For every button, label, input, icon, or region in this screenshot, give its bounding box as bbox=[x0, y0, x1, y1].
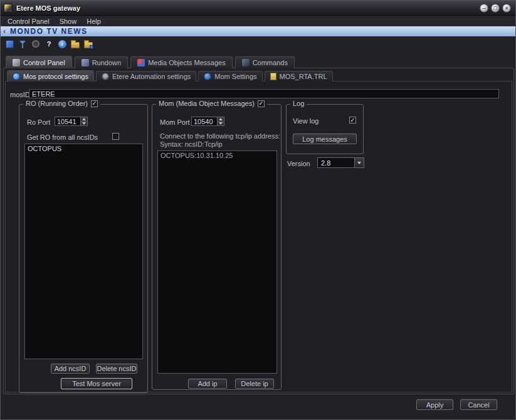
control-panel-page: Mos protocol settings Etere Automation s… bbox=[3, 68, 514, 394]
sub-tab-bar: Mos protocol settings Etere Automation s… bbox=[7, 70, 333, 81]
banner: ‹ MONDO TV NEWS bbox=[1, 26, 515, 36]
disabled-circle-icon bbox=[32, 40, 39, 48]
test-mos-server-button[interactable]: Test Mos server bbox=[61, 378, 132, 389]
menu-control-panel[interactable]: Control Panel bbox=[3, 17, 55, 26]
ro-group: RO (Running Order) Ro Port Get RO from a… bbox=[19, 104, 148, 393]
add-ip-button[interactable]: Add ip bbox=[188, 379, 227, 389]
log-messages-button[interactable]: Log messages bbox=[293, 134, 357, 144]
delete-ip-button[interactable]: Delete ip bbox=[235, 379, 274, 389]
subtab-etere-automation-settings[interactable]: Etere Automation settings bbox=[96, 71, 196, 81]
ip-list-item[interactable]: OCTOPUS:10.31.10.25 bbox=[158, 151, 276, 160]
subtab-label: Mom Settings bbox=[214, 73, 256, 80]
main-tab-bar: Control Panel Rundown Media Objects Mess… bbox=[6, 56, 295, 68]
ncsid-list-item[interactable]: OCTOPUS bbox=[25, 144, 142, 153]
cancel-button[interactable]: Cancel bbox=[460, 399, 497, 410]
folder-export-icon[interactable] bbox=[83, 38, 94, 50]
tab-rundown[interactable]: Rundown bbox=[75, 56, 128, 68]
mom-hint-line2: Syntax: ncsID:Tcp/ip bbox=[160, 140, 223, 148]
ncsid-listbox[interactable]: OCTOPUS bbox=[24, 144, 143, 359]
subtab-mos-rta-trl[interactable]: MOS_RTA.TRL bbox=[265, 71, 333, 81]
control-panel-tab-icon bbox=[13, 59, 20, 66]
ro-port-label: Ro Port bbox=[27, 118, 50, 126]
mosid-label: mosID bbox=[10, 91, 30, 98]
window-icon bbox=[4, 4, 13, 13]
mom-settings-icon bbox=[204, 73, 211, 80]
tab-commands[interactable]: Commands bbox=[235, 56, 295, 68]
question-icon: ? bbox=[47, 40, 51, 48]
banner-collapse-icon[interactable]: ‹ bbox=[3, 27, 6, 36]
subtab-mom-settings[interactable]: Mom Settings bbox=[198, 71, 262, 81]
get-ro-label: Get RO from all ncsIDs bbox=[27, 134, 98, 141]
ro-port-input[interactable] bbox=[55, 117, 81, 126]
ro-port-spin-buttons bbox=[81, 117, 88, 126]
version-label: Version bbox=[287, 160, 310, 167]
tab-media-objects-messages[interactable]: Media Objects Messages bbox=[130, 56, 233, 68]
version-dropdown[interactable]: 2.8 bbox=[317, 157, 364, 168]
mom-group: Mom (Media Object Messages) Mom Port Con… bbox=[152, 104, 282, 390]
tab-control-panel[interactable]: Control Panel bbox=[6, 56, 72, 68]
mosid-input[interactable] bbox=[29, 89, 499, 98]
apply-button[interactable]: Apply bbox=[416, 399, 453, 410]
view-log-checkbox[interactable] bbox=[349, 117, 356, 123]
dropdown-arrow-icon[interactable] bbox=[354, 158, 364, 167]
minimize-button[interactable]: – bbox=[480, 4, 488, 13]
app-window: Etere MOS gateway – □ × Control Panel Sh… bbox=[0, 0, 516, 420]
folder-open-icon[interactable] bbox=[70, 38, 81, 50]
spin-down-icon[interactable] bbox=[218, 121, 224, 125]
folder-badge-icon bbox=[90, 45, 93, 49]
mos-rta-file-icon bbox=[270, 73, 276, 80]
maximize-button[interactable]: □ bbox=[491, 4, 500, 13]
globe-icon bbox=[13, 73, 20, 80]
ro-group-title: RO (Running Order) bbox=[26, 100, 88, 107]
filter-icon[interactable] bbox=[17, 38, 28, 50]
commands-tab-icon bbox=[242, 59, 250, 66]
tab-label: Rundown bbox=[92, 59, 121, 66]
folder-icon bbox=[71, 42, 80, 48]
funnel-icon bbox=[19, 41, 26, 45]
mom-port-spinner bbox=[191, 117, 224, 126]
ip-listbox[interactable]: OCTOPUS:10.31.10.25 bbox=[157, 150, 277, 374]
get-ro-checkbox[interactable] bbox=[112, 133, 119, 140]
subtab-mos-protocol-settings[interactable]: Mos protocol settings bbox=[7, 70, 94, 81]
subtab-label: Etere Automation settings bbox=[112, 73, 191, 80]
log-group-legend: Log bbox=[290, 100, 307, 107]
rundown-tab-icon bbox=[82, 59, 89, 66]
menu-show[interactable]: Show bbox=[55, 17, 82, 26]
tools-icon[interactable] bbox=[30, 38, 41, 50]
ro-group-legend: RO (Running Order) bbox=[23, 100, 100, 107]
view-log-label: View log bbox=[293, 117, 319, 125]
log-group-title: Log bbox=[293, 100, 304, 107]
app-icon-glyph bbox=[6, 40, 14, 48]
delete-ncsid-button[interactable]: Delete ncsID bbox=[96, 364, 137, 374]
info-circle-icon: i bbox=[58, 40, 66, 48]
toolbar: ? i bbox=[1, 37, 94, 51]
automation-settings-icon bbox=[102, 73, 109, 80]
mom-group-title: Mom (Media Object Messages) bbox=[159, 100, 255, 107]
info-icon[interactable]: i bbox=[56, 38, 68, 50]
menu-bar: Control Panel Show Help bbox=[1, 16, 515, 26]
tab-label: Control Panel bbox=[23, 59, 65, 66]
close-button[interactable]: × bbox=[502, 4, 511, 13]
subtab-label: Mos protocol settings bbox=[23, 73, 88, 80]
window-title: Etere MOS gateway bbox=[16, 4, 80, 12]
ro-enabled-checkbox[interactable] bbox=[91, 100, 98, 107]
add-ncsid-button[interactable]: Add ncsID bbox=[51, 364, 90, 374]
subtab-label: MOS_RTA.TRL bbox=[280, 73, 327, 80]
app-icon[interactable] bbox=[4, 38, 15, 50]
mom-port-spin-buttons bbox=[218, 117, 224, 126]
mom-port-input[interactable] bbox=[191, 117, 218, 126]
mom-enabled-checkbox[interactable] bbox=[258, 100, 265, 107]
context-help-icon[interactable]: ? bbox=[43, 38, 55, 50]
title-bar: Etere MOS gateway – □ × bbox=[1, 1, 515, 16]
media-objects-tab-icon bbox=[137, 59, 145, 66]
version-value: 2.8 bbox=[318, 158, 354, 167]
spin-down-icon[interactable] bbox=[81, 121, 87, 125]
log-group: Log View log Log messages bbox=[286, 104, 364, 154]
window-controls: – □ × bbox=[480, 4, 511, 13]
tab-label: Media Objects Messages bbox=[148, 59, 226, 66]
menu-help[interactable]: Help bbox=[82, 17, 106, 26]
tab-label: Commands bbox=[253, 59, 288, 66]
mom-hint-line1: Connect to the following tcp/ip address: bbox=[160, 132, 280, 140]
banner-title: MONDO TV NEWS bbox=[10, 27, 88, 36]
folder-icon bbox=[84, 42, 93, 48]
